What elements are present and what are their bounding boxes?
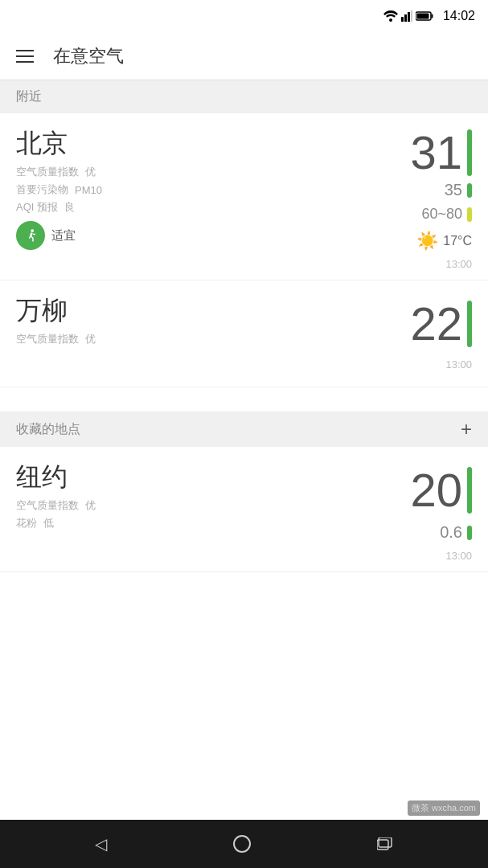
wanliu-aqi-number: 22 (410, 297, 462, 350)
newyork-pollen-bar (467, 526, 472, 540)
nearby-section-title: 附近 (16, 88, 42, 105)
newyork-aqi-number: 20 (410, 463, 462, 517)
beijing-pollutant-bar (467, 183, 472, 198)
watermark: 微茶 wxcha.com (408, 800, 480, 816)
wifi-icon (383, 10, 398, 22)
svg-rect-1 (401, 17, 404, 22)
beijing-activity-label: 适宜 (51, 228, 76, 244)
beijing-temperature: 17°C (443, 234, 472, 248)
svg-rect-2 (404, 14, 407, 22)
run-icon (16, 221, 45, 250)
beijing-name: 北京 (16, 126, 410, 162)
beijing-pollutant-value: PM10 (75, 184, 102, 196)
newyork-aqi-bar (467, 467, 472, 514)
svg-rect-4 (411, 10, 412, 22)
beijing-aqi-bar (467, 129, 472, 176)
beijing-forecast-bar (467, 207, 472, 222)
wanliu-card[interactable]: 万柳 空气质量指数 优 22 13:00 (0, 280, 488, 387)
hamburger-icon[interactable] (16, 50, 34, 63)
newyork-pollen-number: 0.6 (440, 523, 462, 542)
app-title: 在意空气 (53, 44, 124, 68)
nearby-section-header: 附近 (0, 80, 488, 113)
svg-point-8 (31, 229, 34, 232)
beijing-aqi-label: 空气质量指数 (16, 165, 79, 179)
recents-button[interactable] (377, 837, 393, 850)
add-location-button[interactable]: + (461, 420, 472, 439)
beijing-aqi-quality: 优 (85, 165, 96, 179)
beijing-timestamp: 13:00 (445, 258, 472, 270)
saved-section-title: 收藏的地点 (16, 421, 80, 438)
back-button[interactable]: ◁ (95, 834, 107, 854)
svg-rect-6 (431, 14, 433, 18)
beijing-card[interactable]: 北京 空气质量指数 优 首要污染物 PM10 AQI 预报 良 (0, 113, 488, 280)
status-time: 14:02 (443, 9, 475, 23)
newyork-pollen-label: 花粉 (16, 516, 37, 530)
wanliu-info: 万柳 空气质量指数 优 (16, 293, 410, 346)
wanliu-aqi-quality: 优 (85, 332, 96, 346)
wanliu-name: 万柳 (16, 293, 410, 329)
home-button[interactable] (233, 835, 251, 853)
newyork-aqi-quality: 优 (85, 498, 96, 513)
status-icons (383, 10, 433, 22)
newyork-name: 纽约 (16, 460, 410, 495)
beijing-aqi-number: 31 (410, 129, 462, 176)
beijing-forecast-range: 60~80 (421, 206, 462, 223)
beijing-forecast-quality: 良 (64, 200, 75, 215)
newyork-pollen-quality: 低 (43, 516, 54, 530)
status-bar: 14:02 (0, 0, 488, 32)
app-bar: 在意空气 (0, 32, 488, 80)
wanliu-aqi-label: 空气质量指数 (16, 332, 79, 346)
newyork-timestamp: 13:00 (445, 550, 472, 562)
beijing-pollutant-number: 35 (445, 181, 462, 199)
bottom-nav: ◁ (0, 820, 488, 868)
sun-icon: ☀️ (416, 231, 438, 252)
beijing-pollutant-label: 首要污染物 (16, 182, 68, 197)
wanliu-right: 22 13:00 (410, 293, 472, 371)
newyork-info: 纽约 空气质量指数 优 花粉 低 (16, 460, 410, 530)
newyork-aqi-label: 空气质量指数 (16, 498, 79, 513)
wanliu-timestamp: 13:00 (445, 358, 472, 371)
beijing-info: 北京 空气质量指数 优 首要污染物 PM10 AQI 预报 良 (16, 126, 410, 250)
svg-rect-7 (416, 14, 429, 19)
battery-icon (416, 11, 433, 21)
signal-icon (401, 10, 412, 22)
newyork-right: 20 0.6 13:00 (410, 460, 472, 562)
svg-point-0 (389, 18, 392, 22)
wanliu-aqi-bar (467, 301, 472, 347)
saved-section-header: 收藏的地点 + (0, 411, 488, 447)
svg-rect-9 (379, 837, 392, 847)
beijing-right: 31 35 60~80 ☀️ 17°C 13:00 (410, 126, 472, 270)
newyork-card[interactable]: 纽约 空气质量指数 优 花粉 低 20 0.6 13:00 (0, 447, 488, 572)
spacer (0, 387, 488, 411)
beijing-forecast-label: AQI 预报 (16, 200, 58, 215)
svg-rect-3 (408, 12, 410, 22)
